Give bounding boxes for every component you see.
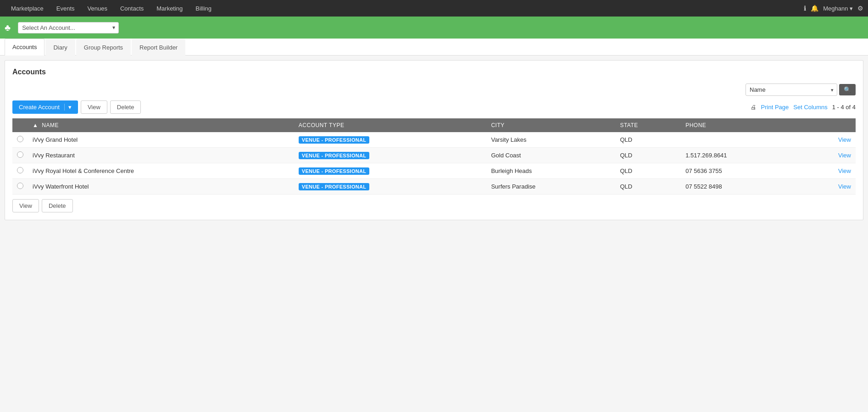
- nav-events[interactable]: Events: [50, 0, 81, 17]
- row-state-3: QLD: [615, 163, 681, 179]
- row-account-type-3: VENUE - PROFESSIONAL: [294, 163, 487, 179]
- row-city-2: Gold Coast: [486, 148, 615, 163]
- create-account-dropdown-arrow[interactable]: ▾: [64, 104, 72, 111]
- row-account-type-2: VENUE - PROFESSIONAL: [294, 148, 487, 163]
- row-account-type-4: VENUE - PROFESSIONAL: [294, 179, 487, 195]
- accounts-table: ▲ NAME ACCOUNT TYPE CITY STATE PHONE iVv…: [12, 118, 856, 195]
- bottom-toolbar: View Delete: [12, 199, 856, 212]
- tab-accounts[interactable]: Accounts: [5, 39, 45, 56]
- search-field-select[interactable]: Name: [746, 84, 837, 96]
- table-row: iVvy Royal Hotel & Conference Centre VEN…: [12, 163, 856, 179]
- view-button-bottom[interactable]: View: [12, 199, 39, 212]
- row-state-4: QLD: [615, 179, 681, 195]
- nav-marketing[interactable]: Marketing: [150, 0, 189, 17]
- row-phone-3: 07 5636 3755: [681, 163, 802, 179]
- row-view-3[interactable]: View: [803, 163, 856, 179]
- nav-venues[interactable]: Venues: [81, 0, 114, 17]
- row-phone-1: [681, 132, 802, 148]
- tab-report-builder[interactable]: Report Builder: [132, 39, 185, 56]
- row-radio-2[interactable]: [12, 148, 28, 163]
- row-phone-2: 1.517.269.8641: [681, 148, 802, 163]
- record-count: 1 - 4 of 4: [832, 104, 856, 111]
- printer-icon: 🖨: [751, 104, 757, 111]
- row-city-3: Burleigh Heads: [486, 163, 615, 179]
- nav-menu: Marketplace Events Venues Contacts Marke…: [5, 0, 218, 17]
- toolbar-left: Create Account ▾ View Delete: [12, 100, 141, 114]
- top-navigation: Marketplace Events Venues Contacts Marke…: [0, 0, 868, 17]
- toolbar-right: 🖨 Print Page Set Columns 1 - 4 of 4: [751, 104, 856, 111]
- col-city: CITY: [486, 118, 615, 132]
- search-select-wrapper: Name: [746, 84, 837, 96]
- info-icon[interactable]: ℹ: [804, 5, 806, 12]
- row-name-2: iVvy Restaurant: [28, 148, 294, 163]
- user-menu[interactable]: Meghann ▾: [823, 5, 853, 12]
- nav-billing[interactable]: Billing: [189, 0, 218, 17]
- col-select: [12, 118, 28, 132]
- set-columns-link[interactable]: Set Columns: [793, 104, 827, 111]
- col-name[interactable]: ▲ NAME: [28, 118, 294, 132]
- row-view-4[interactable]: View: [803, 179, 856, 195]
- create-account-label: Create Account: [19, 104, 60, 111]
- table-row: iVvy Grand Hotel VENUE - PROFESSIONAL Va…: [12, 132, 856, 148]
- tabs-container: Accounts Diary Group Reports Report Buil…: [0, 39, 868, 56]
- row-view-2[interactable]: View: [803, 148, 856, 163]
- row-city-1: Varsity Lakes: [486, 132, 615, 148]
- create-account-button[interactable]: Create Account ▾: [12, 100, 78, 114]
- search-button[interactable]: 🔍: [839, 84, 856, 95]
- delete-button-top[interactable]: Delete: [110, 100, 141, 114]
- row-radio-1[interactable]: [12, 132, 28, 148]
- col-actions: [803, 118, 856, 132]
- account-select[interactable]: Select An Account...: [18, 22, 119, 33]
- search-bar: Name 🔍: [12, 84, 856, 96]
- page-title: Accounts: [12, 68, 856, 76]
- row-city-4: Surfers Paradise: [486, 179, 615, 195]
- view-button-top[interactable]: View: [81, 100, 107, 114]
- row-radio-4[interactable]: [12, 179, 28, 195]
- top-nav-right: ℹ 🔔 Meghann ▾ ⚙: [804, 5, 863, 12]
- row-radio-3[interactable]: [12, 163, 28, 179]
- sort-arrow-name: ▲: [33, 122, 38, 128]
- tab-diary[interactable]: Diary: [45, 39, 75, 56]
- bell-icon[interactable]: 🔔: [811, 5, 818, 12]
- green-bar: ♣ Select An Account...: [0, 17, 868, 39]
- row-state-2: QLD: [615, 148, 681, 163]
- logo-icon: ♣: [5, 22, 11, 33]
- row-name-1: iVvy Grand Hotel: [28, 132, 294, 148]
- table-header-row: ▲ NAME ACCOUNT TYPE CITY STATE PHONE: [12, 118, 856, 132]
- nav-contacts[interactable]: Contacts: [114, 0, 150, 17]
- row-account-type-1: VENUE - PROFESSIONAL: [294, 132, 487, 148]
- account-selector-wrapper: Select An Account...: [18, 22, 119, 33]
- col-phone: PHONE: [681, 118, 802, 132]
- row-name-3: iVvy Royal Hotel & Conference Centre: [28, 163, 294, 179]
- row-phone-4: 07 5522 8498: [681, 179, 802, 195]
- main-content: Accounts Name 🔍 Create Account ▾ View De…: [5, 60, 863, 220]
- toolbar: Create Account ▾ View Delete 🖨 Print Pag…: [12, 100, 856, 114]
- table-row: iVvy Waterfront Hotel VENUE - PROFESSION…: [12, 179, 856, 195]
- col-state: STATE: [615, 118, 681, 132]
- col-account-type: ACCOUNT TYPE: [294, 118, 487, 132]
- row-name-4: iVvy Waterfront Hotel: [28, 179, 294, 195]
- row-state-1: QLD: [615, 132, 681, 148]
- gear-icon[interactable]: ⚙: [857, 5, 863, 12]
- row-view-1[interactable]: View: [803, 132, 856, 148]
- print-page-link[interactable]: Print Page: [761, 104, 789, 111]
- delete-button-bottom[interactable]: Delete: [42, 199, 73, 212]
- nav-marketplace[interactable]: Marketplace: [5, 0, 50, 17]
- table-row: iVvy Restaurant VENUE - PROFESSIONAL Gol…: [12, 148, 856, 163]
- tab-group-reports[interactable]: Group Reports: [76, 39, 131, 56]
